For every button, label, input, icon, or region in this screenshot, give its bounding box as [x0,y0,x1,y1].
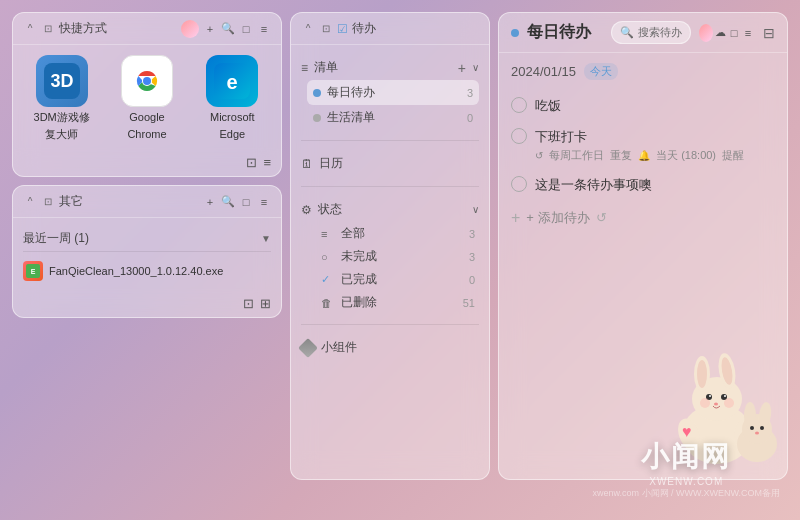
daily-list-dot [313,89,321,97]
daily-header: 每日待办 🔍 搜索待办 ☁ □ ≡ ⊟ [499,13,787,53]
status-all-icon: ≡ [321,228,335,240]
others-pin-icon: ⊡ [41,195,55,209]
todo-expand[interactable]: ^ [301,22,315,36]
shortcuts-footer-list[interactable]: ≡ [263,155,271,170]
svg-point-21 [714,403,718,406]
meta-repeat-text: 每周工作日 重复 [549,148,632,163]
app-chrome-label2: Chrome [127,128,166,141]
shortcuts-footer: ⊡ ≡ [13,151,281,176]
calendar-section-header[interactable]: 🗓 日历 [301,151,479,176]
status-all[interactable]: ≡ 全部 3 [317,222,479,245]
svg-point-11 [682,404,752,464]
life-list-count: 0 [467,112,473,124]
svg-point-25 [730,413,760,450]
daily-filter-icon[interactable]: ⊟ [763,25,775,41]
others-footer-grid[interactable]: ⊞ [260,296,271,311]
shortcuts-save-icon[interactable]: □ [239,22,253,36]
exe-file-icon: E [23,261,43,281]
lists-section-icon: ≡ [301,61,308,75]
shortcuts-footer-grid[interactable]: ⊡ [246,155,257,170]
daily-search-bar[interactable]: 🔍 搜索待办 [611,21,691,44]
svg-point-23 [724,398,734,408]
widget-diamond-icon [298,338,318,358]
add-todo-refresh-icon: ↺ [596,210,607,225]
status-section: ⚙ 状态 ∨ ≡ 全部 3 ○ 未完成 3 [291,193,489,318]
calendar-icon: 🗓 [301,157,313,171]
daily-bookmark-icon[interactable]: □ [727,26,741,40]
shortcuts-menu-icon[interactable]: ≡ [257,22,271,36]
widget-section: 小组件 [291,331,489,364]
status-incomplete[interactable]: ○ 未完成 3 [317,245,479,268]
svg-point-24 [674,416,704,453]
others-dropdown[interactable]: 最近一周 (1) ▼ [23,226,271,252]
meta-remind-text: 当天 (18:00) 提醒 [656,148,744,163]
repeat-icon: ↺ [535,150,543,161]
svg-point-14 [697,360,707,388]
daily-todo-list-item[interactable]: 每日待办 3 [307,80,479,105]
shortcuts-expand[interactable]: ^ [23,22,37,36]
todo-item-text-1: 下班打卡 [535,129,587,144]
status-incomplete-label: 未完成 [341,248,463,265]
life-todo-list-item[interactable]: 生活清单 0 [307,105,479,130]
shortcuts-avatar [181,20,199,38]
add-todo-button[interactable]: + + 添加待办 ↺ [511,203,775,233]
svg-text:e: e [227,71,238,93]
daily-menu-icon[interactable]: ≡ [741,26,755,40]
app-edge[interactable]: e Microsoft Edge [194,55,271,141]
svg-point-33 [760,426,764,430]
svg-point-28 [737,426,777,462]
app-chrome[interactable]: Google Chrome [108,55,185,141]
today-badge: 今天 [584,63,618,80]
widget-row[interactable]: 小组件 [301,339,479,356]
todo-item-0: 吃饭 [511,92,775,119]
status-deleted[interactable]: 🗑 已删除 51 [317,291,479,314]
daily-list-name: 每日待办 [327,84,461,101]
divider-2 [301,186,479,187]
app-3dm-label-line1: 3DM游戏修 [34,111,90,124]
daily-user-icon[interactable] [699,26,713,40]
others-footer-list[interactable]: ⊡ [243,296,254,311]
calendar-label: 日历 [319,155,479,172]
todo-item-content-0: 吃饭 [535,96,775,115]
svg-point-15 [716,352,738,390]
daily-title-dot [511,29,519,37]
others-save-icon[interactable]: □ [239,195,253,209]
others-menu-icon[interactable]: ≡ [257,195,271,209]
todo-item-1: 下班打卡 ↺ 每周工作日 重复 🔔 当天 (18:00) 提醒 [511,123,775,167]
status-incomplete-count: 3 [469,251,475,263]
todo-checkbox-0[interactable] [511,97,527,113]
lists-chevron-icon[interactable]: ∨ [472,62,479,73]
svg-point-31 [757,401,773,428]
life-list-name: 生活清单 [327,109,461,126]
shortcuts-search-icon[interactable]: 🔍 [221,22,235,36]
status-deleted-count: 51 [463,297,475,309]
shortcuts-add-icon[interactable]: + [203,22,217,36]
status-chevron-icon[interactable]: ∨ [472,204,479,215]
lists-section-header: ≡ 清单 + ∨ [301,55,479,80]
todo-checkbox-2[interactable] [511,176,527,192]
svg-point-18 [721,394,727,400]
todo-widget: ^ ⊡ ☑ 待办 ≡ 清单 + ∨ [290,12,490,480]
date-row: 2024/01/15 今天 [511,63,775,80]
app-3dm[interactable]: 3D 3DM游戏修 复大师 [23,55,100,141]
app-edge-label2: Edge [219,128,245,141]
todo-checkbox-1[interactable] [511,128,527,144]
daily-title: 每日待办 [527,22,611,43]
svg-point-16 [720,356,735,385]
others-footer: ⊡ ⊞ [13,292,281,317]
todo-pin-icon: ⊡ [319,22,333,36]
others-search-icon[interactable]: 🔍 [221,195,235,209]
lists-add-button[interactable]: + [458,60,466,76]
todo-item-2: 这是一条待办事项噢 [511,171,775,198]
status-deleted-icon: 🗑 [321,297,335,309]
shortcuts-header: ^ ⊡ 快捷方式 + 🔍 □ ≡ [13,13,281,45]
daily-cloud-icon[interactable]: ☁ [713,26,727,40]
others-file-item[interactable]: E FanQieClean_13000_1.0.12.40.exe [23,258,271,284]
todo-list-items: 每日待办 3 生活清单 0 [301,80,479,130]
status-complete[interactable]: ✓ 已完成 0 [317,268,479,291]
todo-item-meta-1: ↺ 每周工作日 重复 🔔 当天 (18:00) 提醒 [535,148,775,163]
life-list-dot [313,114,321,122]
others-add-icon[interactable]: + [203,195,217,209]
others-expand[interactable]: ^ [23,195,37,209]
status-incomplete-icon: ○ [321,251,335,263]
